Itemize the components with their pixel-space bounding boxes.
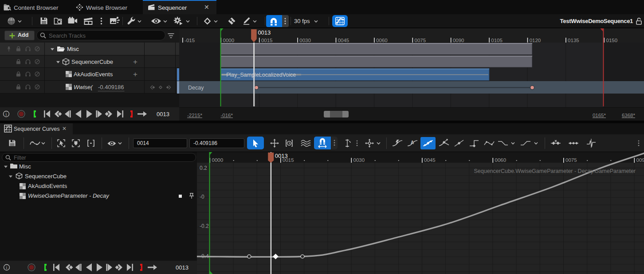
svg-text:0120: 0120 xyxy=(530,38,541,43)
svg-text:0150: 0150 xyxy=(606,38,618,43)
svg-text:0015: 0015 xyxy=(261,38,273,43)
svg-text:0.2: 0.2 xyxy=(200,165,207,171)
svg-text:0030: 0030 xyxy=(299,38,311,43)
svg-text:0075: 0075 xyxy=(565,157,577,163)
svg-text:6368*: 6368* xyxy=(622,113,636,118)
svg-text:SequencerCube.WwiseGameParamet: SequencerCube.WwiseGameParameter - Decay… xyxy=(474,168,636,174)
svg-text:Play_SampleLocalizedVoice: Play_SampleLocalizedVoice xyxy=(226,72,296,78)
svg-text:i: i xyxy=(6,265,8,270)
svg-text:i: i xyxy=(6,112,7,117)
svg-text:0090: 0090 xyxy=(453,38,464,43)
svg-text:0060: 0060 xyxy=(376,38,388,43)
svg-text:0135: 0135 xyxy=(568,38,579,43)
svg-text:0060: 0060 xyxy=(495,157,507,163)
svg-text:-0.2: -0.2 xyxy=(200,223,209,229)
svg-text:0013: 0013 xyxy=(258,29,271,36)
svg-text:0013: 0013 xyxy=(275,153,288,159)
svg-text:0045: 0045 xyxy=(338,38,349,43)
svg-text:-0.4: -0.4 xyxy=(200,253,209,259)
svg-text:-015: -015 xyxy=(185,38,195,43)
svg-text:Decay: Decay xyxy=(188,85,204,91)
svg-text:0045: 0045 xyxy=(424,157,436,163)
svg-text:0090: 0090 xyxy=(636,157,644,163)
svg-text:0000: 0000 xyxy=(212,157,224,163)
svg-text:-0: -0 xyxy=(200,194,204,200)
svg-text:0030: 0030 xyxy=(353,157,365,163)
svg-text:0105: 0105 xyxy=(491,38,503,43)
svg-text:0075: 0075 xyxy=(415,38,426,43)
svg-text:0000: 0000 xyxy=(223,38,235,43)
svg-text:0165*: 0165* xyxy=(593,113,606,118)
svg-text:A: A xyxy=(411,140,414,145)
svg-text:-016*: -016* xyxy=(221,113,233,118)
svg-text:-2215*: -2215* xyxy=(187,113,202,118)
